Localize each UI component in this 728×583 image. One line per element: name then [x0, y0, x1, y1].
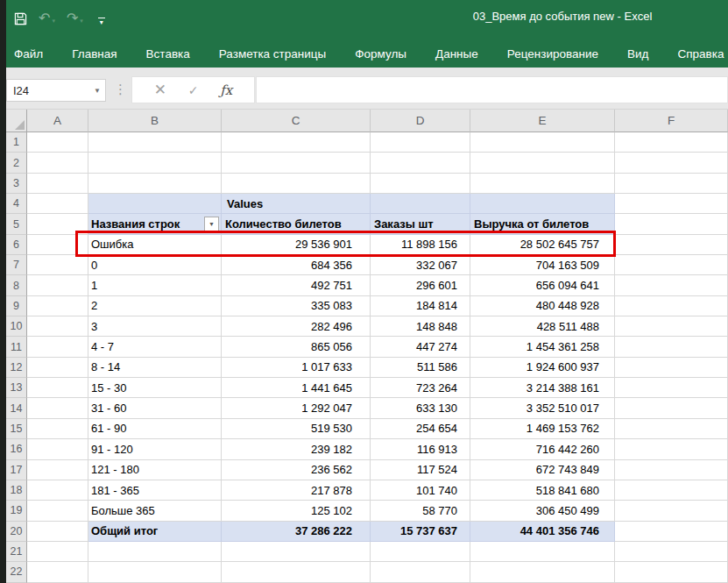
cell-E12[interactable]: 1 924 600 937 — [470, 358, 615, 378]
cell-C5[interactable]: Количество билетов — [222, 214, 371, 234]
cell-D7[interactable]: 332 067 — [371, 255, 470, 275]
cell-E19[interactable]: 306 450 499 — [470, 501, 615, 521]
ribbon-tab-7[interactable]: Вид — [627, 47, 648, 60]
cell-C19[interactable]: 125 102 — [222, 501, 371, 521]
cell-E1[interactable] — [470, 132, 615, 153]
cell-C1[interactable] — [222, 132, 371, 153]
cell-B11[interactable]: 4 - 7 — [88, 337, 222, 357]
cell-E14[interactable]: 3 352 510 017 — [470, 398, 615, 418]
cell-D5[interactable]: Заказы шт — [371, 214, 470, 234]
cell-F12[interactable] — [615, 358, 728, 378]
enter-icon[interactable]: ✓ — [188, 83, 199, 97]
cell-A7[interactable] — [27, 255, 88, 275]
cell-F2[interactable] — [615, 153, 728, 173]
cell-C8[interactable]: 492 751 — [222, 275, 371, 295]
undo-dropdown-icon[interactable]: ▾ — [52, 17, 55, 25]
ribbon-tab-5[interactable]: Данные — [435, 47, 478, 60]
cell-F9[interactable] — [615, 296, 728, 316]
cell-B5[interactable]: Названия строк▼ — [88, 214, 222, 234]
cell-D1[interactable] — [371, 132, 470, 153]
cell-F11[interactable] — [615, 337, 728, 357]
cell-F4[interactable] — [615, 194, 728, 214]
cell-F19[interactable] — [615, 501, 728, 521]
cell-B3[interactable] — [88, 174, 222, 194]
cell-A9[interactable] — [27, 296, 88, 316]
cell-C13[interactable]: 1 441 645 — [222, 378, 371, 398]
cell-A16[interactable] — [27, 439, 88, 459]
cell-C9[interactable]: 335 083 — [222, 296, 371, 316]
cell-D20[interactable]: 15 737 637 — [371, 522, 470, 542]
cell-D21[interactable] — [371, 542, 470, 562]
cell-B19[interactable]: Больше 365 — [88, 501, 222, 521]
cell-F8[interactable] — [615, 275, 728, 295]
cell-C11[interactable]: 865 056 — [222, 337, 371, 357]
cell-E15[interactable]: 1 469 153 762 — [470, 419, 615, 439]
cell-C2[interactable] — [222, 153, 371, 173]
cell-B15[interactable]: 61 - 90 — [88, 419, 222, 439]
cell-D22[interactable] — [371, 562, 470, 582]
cell-D15[interactable]: 254 654 — [371, 419, 470, 439]
cell-F13[interactable] — [615, 378, 728, 398]
column-header-F[interactable]: F — [615, 110, 728, 132]
cell-B1[interactable] — [88, 132, 222, 153]
cell-D17[interactable]: 117 524 — [371, 460, 470, 480]
cell-C17[interactable]: 236 562 — [222, 460, 371, 480]
cell-A22[interactable] — [27, 562, 88, 582]
cell-F14[interactable] — [615, 398, 728, 418]
cell-A10[interactable] — [27, 316, 88, 337]
save-icon[interactable] — [14, 12, 27, 25]
cell-C21[interactable] — [222, 542, 371, 562]
name-box[interactable]: I24 ▼ — [6, 79, 106, 102]
cell-F18[interactable] — [615, 480, 728, 501]
cell-E13[interactable]: 3 214 388 161 — [470, 378, 615, 398]
cell-D9[interactable]: 184 814 — [371, 296, 470, 316]
cell-E8[interactable]: 656 094 641 — [470, 275, 615, 295]
cell-F22[interactable] — [615, 562, 728, 582]
cell-C22[interactable] — [222, 562, 371, 582]
cell-B16[interactable]: 91 - 120 — [88, 439, 222, 459]
cell-D8[interactable]: 296 601 — [371, 275, 470, 295]
cell-F16[interactable] — [615, 439, 728, 459]
cell-F20[interactable] — [615, 522, 728, 542]
cell-E17[interactable]: 672 743 849 — [470, 460, 615, 480]
cell-F3[interactable] — [615, 174, 728, 194]
cell-F10[interactable] — [615, 316, 728, 337]
cell-B9[interactable]: 2 — [88, 296, 222, 316]
ribbon-tab-3[interactable]: Разметка страницы — [219, 47, 326, 60]
cell-B8[interactable]: 1 — [88, 275, 222, 295]
cell-E7[interactable]: 704 163 509 — [470, 255, 615, 275]
cell-E5[interactable]: Выручка от билетов — [470, 214, 615, 234]
cell-E4[interactable] — [470, 194, 615, 214]
cell-E3[interactable] — [470, 174, 615, 194]
cancel-icon[interactable]: ✕ — [154, 81, 166, 99]
undo-icon[interactable]: ↶ ▾ — [39, 11, 55, 25]
cell-A15[interactable] — [27, 419, 88, 439]
cell-A6[interactable] — [27, 235, 88, 255]
cell-C15[interactable]: 519 530 — [222, 419, 371, 439]
cell-D4[interactable] — [371, 194, 470, 214]
customize-quick-access-toolbar-icon[interactable]: ▾ — [98, 18, 105, 25]
cell-D14[interactable]: 633 130 — [371, 398, 470, 418]
cell-E6[interactable]: 28 502 645 757 — [470, 235, 615, 255]
cell-A2[interactable] — [27, 153, 88, 173]
cell-B18[interactable]: 181 - 365 — [88, 480, 222, 501]
cell-B2[interactable] — [88, 153, 222, 173]
cell-A21[interactable] — [27, 542, 88, 562]
cell-C20[interactable]: 37 286 222 — [222, 522, 371, 542]
cell-D13[interactable]: 723 264 — [371, 378, 470, 398]
cell-A5[interactable] — [27, 214, 88, 234]
formula-input[interactable] — [256, 76, 728, 103]
cell-B7[interactable]: 0 — [88, 255, 222, 275]
cell-A20[interactable] — [27, 522, 88, 542]
cell-F7[interactable] — [615, 255, 728, 275]
cell-C10[interactable]: 282 496 — [222, 316, 371, 337]
cell-E11[interactable]: 1 454 361 258 — [470, 337, 615, 357]
column-header-A[interactable]: A — [27, 110, 88, 132]
cell-E9[interactable]: 480 448 928 — [470, 296, 615, 316]
cell-D19[interactable]: 58 770 — [371, 501, 470, 521]
cell-A4[interactable] — [27, 194, 88, 214]
cell-D16[interactable]: 116 913 — [371, 439, 470, 459]
cell-B4[interactable] — [88, 194, 222, 214]
column-header-B[interactable]: B — [88, 110, 222, 132]
cell-B20[interactable]: Общий итог — [88, 522, 222, 542]
